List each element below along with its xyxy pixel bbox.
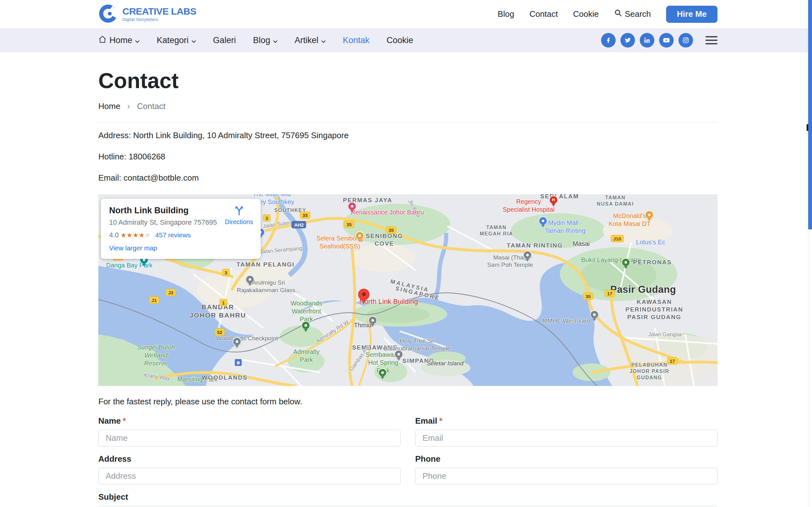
directions-icon xyxy=(234,211,245,217)
search-icon xyxy=(614,9,622,19)
required-asterisk: * xyxy=(439,416,442,426)
brand-tagline: Digital Storytellers xyxy=(122,17,196,22)
field-label-phone: Phone xyxy=(415,454,717,464)
brand-logo-icon xyxy=(98,4,118,25)
form-intro-text: For the fastest reply, please use the co… xyxy=(98,397,717,406)
map-card-rating: 4.0 xyxy=(109,231,119,239)
scrollbar-marker xyxy=(807,124,808,131)
search-label: Search xyxy=(625,9,651,19)
field-label-email: Email* xyxy=(415,416,717,426)
form-field-phone: Phone xyxy=(415,454,717,485)
nav-item-label: Blog xyxy=(253,36,270,45)
breadcrumb-current: Contact xyxy=(137,101,165,111)
email-input[interactable] xyxy=(415,430,717,447)
field-label-address: Address xyxy=(98,454,401,464)
scrollbar-track[interactable] xyxy=(808,0,812,507)
topnav-link-cookie[interactable]: Cookie xyxy=(573,9,599,19)
hamburger-menu-icon[interactable] xyxy=(705,34,717,47)
map-info-card: North Link Building 10 Admiralty St, Sin… xyxy=(101,199,261,259)
star-filled-icon: ★ xyxy=(139,232,145,239)
search-button[interactable]: Search xyxy=(614,9,651,19)
topnav-link-contact[interactable]: Contact xyxy=(529,9,558,19)
star-empty-icon: ★ xyxy=(145,232,151,239)
top-header: CREATIVE LABS Digital Storytellers BlogC… xyxy=(0,0,808,28)
nav-item-artikel[interactable]: Artikel xyxy=(295,36,326,45)
directions-button[interactable]: Directions xyxy=(225,205,253,226)
contact-email: Email: contact@botble.com xyxy=(98,173,717,183)
brand-name: CREATIVE LABS xyxy=(122,7,196,16)
topnav-link-blog[interactable]: Blog xyxy=(498,9,514,19)
chevron-down-icon xyxy=(321,36,326,45)
chevron-down-icon xyxy=(192,36,196,45)
facebook-icon[interactable] xyxy=(601,33,616,48)
reviews-link[interactable]: 457 reviews xyxy=(155,231,191,239)
nav-item-blog[interactable]: Blog xyxy=(253,36,277,45)
chevron-down-icon xyxy=(135,36,140,45)
phone-input[interactable] xyxy=(415,468,717,485)
contact-address: Address: North Link Building, 10 Admiral… xyxy=(98,130,717,140)
breadcrumb-separator: › xyxy=(127,101,130,111)
chevron-down-icon xyxy=(273,36,277,45)
nav-item-label: Kontak xyxy=(343,36,369,45)
brand-logo[interactable]: CREATIVE LABS Digital Storytellers xyxy=(98,4,196,25)
star-filled-icon: ★ xyxy=(121,232,127,239)
twitter-icon[interactable] xyxy=(620,33,635,48)
name-input[interactable] xyxy=(98,430,401,447)
main-content: Contact Home › Contact Address: North Li… xyxy=(98,69,717,507)
divider xyxy=(98,122,717,122)
main-nav: HomeKategoriGaleriBlogArtikelKontakCooki… xyxy=(0,28,808,52)
home-icon xyxy=(98,35,107,46)
nav-item-label: Kategori xyxy=(157,36,189,45)
required-asterisk: * xyxy=(123,416,126,426)
contact-hotline: Hotline: 18006268 xyxy=(98,152,717,162)
nav-item-label: Artikel xyxy=(295,36,318,45)
linkedin-icon[interactable] xyxy=(640,33,654,48)
form-field-name: Name* xyxy=(98,416,401,447)
form-field-email: Email* xyxy=(415,416,717,447)
star-filled-icon: ★ xyxy=(127,232,133,239)
contact-form: Name*Email*AddressPhoneSubject xyxy=(98,416,717,507)
form-field-address: Address xyxy=(98,454,401,485)
nav-item-kontak[interactable]: Kontak xyxy=(343,36,369,45)
subject-input[interactable] xyxy=(98,506,717,507)
field-label-name: Name* xyxy=(98,416,401,426)
nav-item-label: Cookie xyxy=(387,36,413,45)
rating-stars: ★★★★★ xyxy=(121,231,151,239)
nav-item-label: Galeri xyxy=(213,36,236,45)
form-field-subject: Subject xyxy=(98,492,717,507)
hire-me-button[interactable]: Hire Me xyxy=(666,6,717,23)
field-label-subject: Subject xyxy=(98,492,717,502)
google-map[interactable]: The Mall, Mid Valley SouthkeySOUTHKEYPER… xyxy=(98,194,717,386)
nav-item-galeri[interactable]: Galeri xyxy=(213,36,236,45)
star-filled-icon: ★ xyxy=(133,232,139,239)
view-larger-map-link[interactable]: View larger map xyxy=(109,244,157,252)
nav-item-kategori[interactable]: Kategori xyxy=(157,36,196,45)
page-title: Contact xyxy=(98,69,717,93)
nav-item-cookie[interactable]: Cookie xyxy=(387,36,413,45)
nav-item-home[interactable]: Home xyxy=(98,35,140,46)
instagram-icon[interactable] xyxy=(678,33,693,48)
breadcrumb-home-link[interactable]: Home xyxy=(98,101,120,111)
contact-page: CREATIVE LABS Digital Storytellers BlogC… xyxy=(0,0,808,507)
contact-info: Address: North Link Building, 10 Admiral… xyxy=(98,130,717,183)
breadcrumb: Home › Contact xyxy=(98,101,717,111)
scrollbar-thumb[interactable] xyxy=(808,0,812,229)
top-nav: BlogContactCookie Search Hire Me xyxy=(498,6,717,23)
address-input[interactable] xyxy=(98,468,401,485)
nav-social xyxy=(601,33,717,48)
youtube-icon[interactable] xyxy=(659,33,674,48)
nav-item-label: Home xyxy=(109,36,132,45)
directions-label: Directions xyxy=(225,218,253,226)
